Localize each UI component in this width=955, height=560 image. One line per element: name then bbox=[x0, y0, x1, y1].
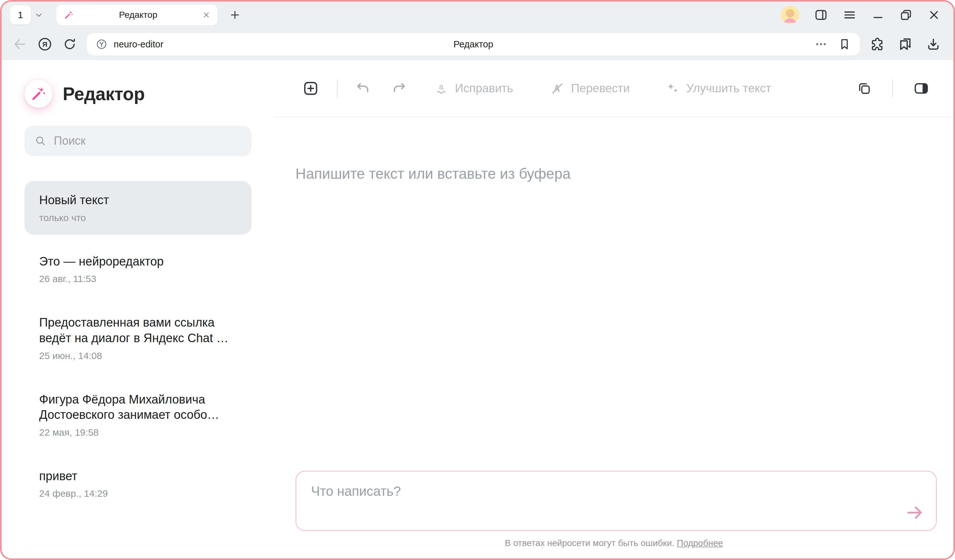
editor-surface[interactable]: Напишите текст или вставьте из буфера bbox=[274, 117, 953, 471]
page-content: Редактор Новый текст только что Это — не… bbox=[2, 60, 953, 558]
undo-icon[interactable] bbox=[355, 81, 371, 96]
yandex-button[interactable]: Я bbox=[37, 37, 53, 52]
disclaimer-text: В ответах нейросети могут быть ошибки. bbox=[505, 538, 674, 548]
search-box[interactable] bbox=[25, 126, 252, 156]
browser-window: 1 Редактор bbox=[0, 0, 955, 560]
tab-bar: 1 Редактор bbox=[2, 2, 953, 28]
tab-count: 1 bbox=[18, 9, 23, 20]
disclaimer-footer: В ответах нейросети могут быть ошибки.По… bbox=[274, 531, 953, 558]
omnibox-page-title: Редактор bbox=[454, 39, 493, 50]
sparkles-icon bbox=[665, 81, 680, 96]
editor-main: а Исправить Перевести Улучшить текст bbox=[274, 60, 953, 558]
redo-icon[interactable] bbox=[391, 81, 407, 96]
fix-label: Исправить bbox=[455, 82, 513, 95]
translate-icon bbox=[550, 81, 565, 96]
address-row: Я neuro-editor Редактор bbox=[2, 28, 953, 60]
side-panel-icon[interactable] bbox=[814, 8, 828, 22]
new-tab-button[interactable] bbox=[229, 9, 241, 21]
fix-text-button[interactable]: а Исправить bbox=[434, 81, 513, 96]
improve-text-button[interactable]: Улучшить текст bbox=[665, 81, 771, 96]
tabbar-right-controls bbox=[781, 6, 945, 24]
editor-placeholder: Напишите текст или вставьте из буфера bbox=[296, 165, 932, 182]
doc-meta: 24 февр., 14:29 bbox=[39, 488, 237, 499]
bookmark-flag-icon[interactable] bbox=[838, 38, 851, 51]
doc-item[interactable]: привет 24 февр., 14:29 bbox=[25, 457, 252, 511]
doc-meta: 26 авг., 11:53 bbox=[39, 273, 237, 284]
doc-meta: 22 мая, 19:58 bbox=[39, 427, 237, 438]
prompt-box[interactable] bbox=[296, 471, 937, 531]
new-document-icon[interactable] bbox=[302, 80, 319, 97]
doc-title: Фигура Фёдора Михайловича Достоевского з… bbox=[39, 392, 237, 423]
site-favicon-icon bbox=[96, 39, 107, 50]
doc-title: Предоставленная вами ссылка ведёт на диа… bbox=[39, 315, 237, 346]
doc-title: Новый текст bbox=[39, 192, 237, 208]
window-restore-button[interactable] bbox=[899, 8, 913, 22]
doc-item[interactable]: Это — нейроредактор 26 авг., 11:53 bbox=[25, 242, 252, 296]
menu-hamburger-icon[interactable] bbox=[842, 8, 856, 22]
copy-icon[interactable] bbox=[857, 81, 872, 96]
app-title: Редактор bbox=[63, 83, 145, 104]
extensions-puzzle-icon[interactable] bbox=[870, 37, 885, 51]
toolbar-divider bbox=[337, 79, 338, 98]
disclaimer-link[interactable]: Подробнее bbox=[677, 538, 723, 548]
tab-title: Редактор bbox=[74, 10, 202, 20]
toolbar-divider bbox=[892, 79, 893, 98]
browser-tab[interactable]: Редактор bbox=[56, 5, 218, 25]
doc-item-new-text[interactable]: Новый текст только что bbox=[25, 181, 252, 235]
downloads-icon[interactable] bbox=[926, 37, 941, 51]
doc-item[interactable]: Предоставленная вами ссылка ведёт на диа… bbox=[25, 303, 252, 372]
prompt-area bbox=[296, 471, 937, 531]
search-input[interactable] bbox=[53, 134, 241, 148]
sidebar: Редактор Новый текст только что Это — не… bbox=[2, 60, 274, 558]
svg-text:а: а bbox=[439, 82, 443, 91]
doc-title: Это — нейроредактор bbox=[39, 254, 237, 269]
improve-label: Улучшить текст bbox=[686, 82, 771, 95]
doc-meta: 25 июн., 14:08 bbox=[39, 351, 237, 361]
app-logo-row: Редактор bbox=[25, 80, 252, 108]
user-avatar[interactable] bbox=[781, 6, 799, 24]
magic-wand-logo-icon bbox=[25, 80, 53, 108]
document-list: Новый текст только что Это — нейроредакт… bbox=[25, 181, 252, 510]
send-arrow-button[interactable] bbox=[904, 502, 925, 523]
reload-icon[interactable] bbox=[63, 37, 77, 51]
panel-toggle-icon[interactable] bbox=[913, 80, 929, 96]
back-arrow-icon[interactable] bbox=[13, 37, 27, 51]
fix-letter-icon: а bbox=[434, 81, 449, 96]
window-minimize-button[interactable] bbox=[871, 8, 885, 22]
collections-icon[interactable] bbox=[898, 37, 913, 51]
prompt-input[interactable] bbox=[296, 472, 936, 530]
search-icon bbox=[35, 135, 46, 147]
address-url: neuro-editor bbox=[114, 39, 163, 50]
doc-item[interactable]: Фигура Фёдора Михайловича Достоевского з… bbox=[25, 380, 252, 449]
more-dots-icon[interactable] bbox=[815, 38, 827, 51]
tab-close-icon[interactable] bbox=[202, 11, 210, 19]
translate-button[interactable]: Перевести bbox=[550, 81, 630, 96]
chevron-down-icon[interactable] bbox=[33, 9, 44, 20]
doc-meta: только что bbox=[39, 212, 237, 223]
doc-title: привет bbox=[39, 468, 237, 484]
tab-counter-button[interactable]: 1 bbox=[10, 5, 31, 25]
svg-text:Я: Я bbox=[42, 41, 47, 48]
address-bar[interactable]: neuro-editor Редактор bbox=[87, 33, 860, 55]
editor-toolbar: а Исправить Перевести Улучшить текст bbox=[274, 60, 953, 117]
translate-label: Перевести bbox=[571, 82, 630, 95]
tab-favicon-wand-icon bbox=[63, 9, 74, 20]
window-close-button[interactable] bbox=[927, 8, 941, 22]
